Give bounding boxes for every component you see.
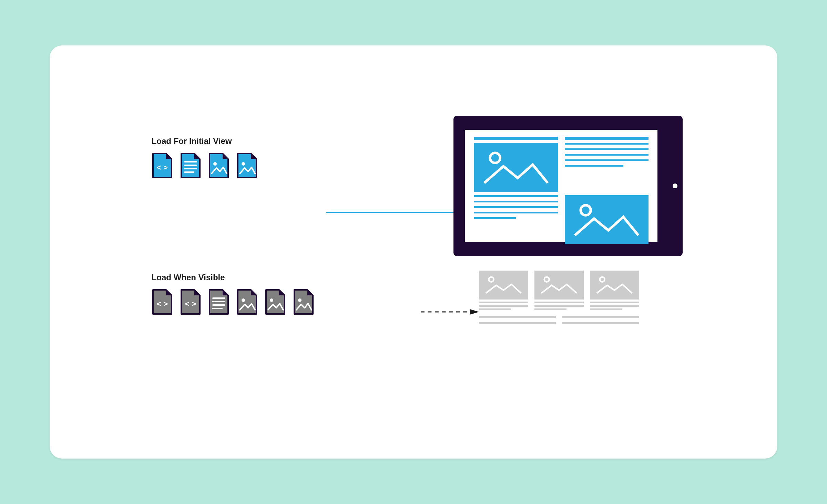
text-line [479, 305, 528, 307]
text-line [534, 308, 566, 310]
arrow-right-solid-icon [326, 209, 464, 216]
below-fold-content [479, 271, 639, 324]
svg-point-14 [270, 298, 273, 302]
svg-text:< >: < > [185, 300, 196, 308]
diagram-body: Load For Initial View < > Load When Visi… [50, 45, 777, 459]
text-line [479, 322, 556, 324]
image-placeholder-icon [565, 195, 649, 244]
tablet-col [565, 143, 649, 192]
arrow-right-dashed-icon [421, 308, 479, 315]
text-line [474, 195, 558, 197]
text-line [479, 302, 528, 303]
svg-point-21 [581, 205, 591, 215]
text-line [590, 302, 639, 303]
bf-row [479, 271, 639, 312]
tablet-header-row [474, 137, 649, 140]
bf-wide-row [479, 316, 639, 318]
text-line [562, 322, 639, 324]
text-line [590, 308, 622, 310]
label-deferred-load: Load When Visible [152, 273, 501, 282]
text-line [474, 206, 558, 208]
bf-col [479, 271, 528, 312]
text-line [479, 316, 556, 318]
text-line [534, 305, 583, 307]
image-placeholder-icon [474, 143, 558, 192]
image-file-icon [208, 152, 229, 179]
text-line [565, 165, 623, 167]
text-line [479, 308, 511, 310]
diagram-card: Load For Initial View < > Load When Visi… [50, 45, 777, 459]
svg-point-23 [544, 277, 549, 282]
text-line [565, 148, 649, 150]
tablet-col [565, 195, 649, 244]
image-placeholder-icon [590, 271, 639, 300]
bf-col [534, 271, 583, 312]
image-file-icon [236, 152, 258, 179]
bf-col [590, 271, 639, 312]
svg-point-15 [298, 298, 302, 302]
header-bar [474, 137, 558, 140]
image-file-icon [293, 288, 314, 315]
svg-point-5 [213, 162, 217, 166]
text-line [565, 143, 649, 145]
svg-marker-19 [470, 309, 479, 315]
text-file-icon [208, 288, 229, 315]
code-file-icon: < > [152, 152, 173, 179]
text-line [534, 302, 583, 303]
label-initial-load: Load For Initial View [152, 136, 428, 146]
svg-text:< >: < > [157, 300, 168, 308]
svg-text:< >: < > [157, 163, 168, 172]
text-file-icon [180, 152, 201, 179]
code-file-icon: < > [152, 288, 173, 315]
text-line [474, 212, 558, 213]
group-initial-load: Load For Initial View < > [152, 136, 428, 179]
text-line [562, 316, 639, 318]
svg-point-22 [489, 277, 494, 282]
text-line [474, 217, 516, 219]
tablet-device-icon [453, 116, 683, 256]
svg-point-6 [242, 162, 245, 166]
image-placeholder-icon [479, 271, 528, 300]
svg-point-13 [242, 298, 245, 302]
svg-point-24 [600, 277, 605, 282]
text-line [590, 305, 639, 307]
tablet-screen [465, 130, 657, 242]
text-line [565, 159, 649, 161]
file-row-initial: < > [152, 152, 428, 179]
tablet-content-row-1 [474, 143, 649, 192]
svg-point-20 [490, 153, 500, 163]
image-file-icon [265, 288, 286, 315]
tablet-home-button-icon [673, 183, 677, 188]
header-bar [565, 137, 649, 140]
code-file-icon: < > [180, 288, 201, 315]
text-line [565, 154, 649, 156]
image-placeholder-icon [534, 271, 583, 300]
tablet-content-row-2 [474, 195, 649, 244]
text-line [474, 201, 558, 202]
tablet-col [474, 143, 558, 192]
image-file-icon [236, 288, 258, 315]
bf-wide-row [479, 322, 639, 324]
tablet-col [474, 195, 558, 244]
